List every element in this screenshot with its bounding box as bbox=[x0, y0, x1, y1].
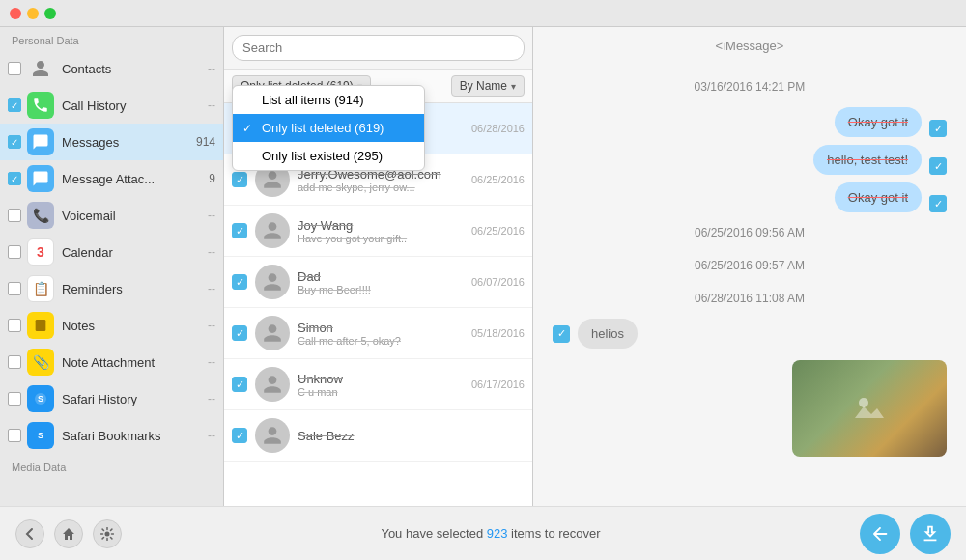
bubble-3-check[interactable] bbox=[929, 195, 947, 212]
recover-button[interactable] bbox=[860, 514, 900, 554]
sidebar-item-callhistory[interactable]: Call History -- bbox=[0, 87, 223, 124]
safaribookmarks-count: -- bbox=[208, 429, 215, 442]
reminders-checkbox[interactable] bbox=[8, 282, 21, 295]
message-item-salebezz[interactable]: Sale Bezz bbox=[224, 410, 532, 462]
bubble-row-2: hello, test test! bbox=[553, 145, 947, 175]
calendar-count: -- bbox=[208, 245, 215, 259]
settings-button[interactable] bbox=[93, 519, 122, 548]
chat-date-2: 06/25/2016 09:56 AM bbox=[553, 226, 947, 239]
messages-label: Messages bbox=[62, 135, 192, 150]
bubble-2: hello, test test! bbox=[813, 145, 922, 175]
message-item-simon[interactable]: Simon Call me after 5, okay? 05/18/2016 bbox=[224, 308, 532, 359]
sidebar-item-voicemail[interactable]: 📞 Voicemail -- bbox=[0, 197, 223, 234]
message-item-dad[interactable]: Dad Buy me Beer!!!! 06/07/2016 bbox=[224, 257, 532, 308]
simon-avatar bbox=[255, 316, 290, 350]
dropdown-item-all[interactable]: List all items (914) bbox=[233, 86, 424, 114]
traffic-red[interactable] bbox=[10, 8, 21, 19]
search-bar bbox=[224, 27, 532, 70]
sidebar-item-contacts[interactable]: Contacts -- bbox=[0, 50, 223, 87]
sidebar-item-safarihistory[interactable]: S Safari History -- bbox=[0, 380, 223, 417]
msgattach-checkbox[interactable] bbox=[8, 172, 21, 185]
msgattach-icon bbox=[27, 165, 54, 192]
msgattach-count: 9 bbox=[209, 172, 215, 185]
salebezz-content: Sale Bezz bbox=[298, 429, 517, 443]
dropdown-existed-label: Only list existed (295) bbox=[262, 149, 383, 163]
nav-buttons bbox=[15, 514, 122, 554]
simon-date: 05/18/2016 bbox=[471, 327, 525, 339]
dad-name: Dad bbox=[298, 269, 464, 284]
callhistory-icon bbox=[27, 92, 54, 119]
voicemail-icon: 📞 bbox=[27, 202, 54, 229]
bubble-row-image bbox=[553, 360, 947, 457]
right-panel: <iMessage> 03/16/2016 14:21 PM Okay got … bbox=[533, 27, 966, 506]
chat-date-3: 06/25/2016 09:57 AM bbox=[553, 259, 947, 272]
simon-checkbox[interactable] bbox=[232, 325, 247, 341]
sidebar-item-reminders[interactable]: 📋 Reminders -- bbox=[0, 270, 223, 307]
voicemail-label: Voicemail bbox=[62, 209, 208, 223]
joy-name: Joy Wang bbox=[298, 218, 464, 233]
bubble-2-check[interactable] bbox=[929, 157, 947, 175]
contacts-checkbox[interactable] bbox=[8, 62, 21, 75]
voicemail-checkbox[interactable] bbox=[8, 209, 21, 222]
svg-point-7 bbox=[105, 531, 110, 536]
calendar-icon: 3 bbox=[27, 238, 54, 266]
bubble-1-check[interactable] bbox=[929, 120, 947, 137]
dropdown-item-existed[interactable]: Only list existed (295) bbox=[233, 142, 424, 170]
message-item-joy[interactable]: Joy Wang Have you got your gift.. 06/25/… bbox=[224, 206, 532, 257]
simon-preview: Call me after 5, okay? bbox=[298, 335, 464, 347]
traffic-yellow[interactable] bbox=[27, 8, 39, 19]
media-data-label: Media Data bbox=[0, 454, 223, 477]
jerry-preview: add me skype, jerry ow... bbox=[298, 182, 464, 193]
sidebar-item-calendar[interactable]: 3 Calendar -- bbox=[0, 234, 223, 270]
dad-checkbox[interactable] bbox=[232, 274, 247, 290]
dad-avatar bbox=[255, 265, 290, 299]
notes-checkbox[interactable] bbox=[8, 319, 21, 332]
jerry-checkbox[interactable] bbox=[232, 172, 247, 187]
image-thumbnail bbox=[792, 360, 947, 457]
dad-date: 06/07/2016 bbox=[471, 276, 525, 288]
sidebar-item-notes[interactable]: Notes -- bbox=[0, 307, 223, 344]
unknow-checkbox[interactable] bbox=[232, 377, 247, 392]
reminders-count: -- bbox=[208, 282, 215, 295]
helios-bubble: helios bbox=[578, 319, 638, 349]
sidebar-item-noteattach[interactable]: 📎 Note Attachment -- bbox=[0, 344, 223, 380]
traffic-green[interactable] bbox=[44, 8, 56, 19]
joy-checkbox[interactable] bbox=[232, 223, 247, 238]
search-input[interactable] bbox=[232, 35, 525, 61]
safaribookmarks-icon: S bbox=[27, 422, 54, 449]
message-item-unknow[interactable]: Unknow C u man 06/17/2016 bbox=[224, 359, 532, 410]
joy-preview: Have you got your gift.. bbox=[298, 233, 464, 244]
action-buttons bbox=[860, 514, 951, 554]
dropdown-item-deleted[interactable]: ✓ Only list deleted (619) bbox=[233, 114, 424, 142]
msgattach-label: Message Attac... bbox=[62, 172, 205, 186]
back-button[interactable] bbox=[15, 519, 44, 548]
sidebar-item-msgattach[interactable]: Message Attac... 9 bbox=[0, 160, 223, 197]
bubble-1-text: Okay got it bbox=[848, 115, 908, 129]
sidebar: Personal Data Contacts -- Call History -… bbox=[0, 27, 224, 506]
salebezz-checkbox[interactable] bbox=[232, 428, 247, 443]
callhistory-checkbox[interactable] bbox=[8, 98, 21, 112]
filter-sort-btn[interactable]: By Name ▾ bbox=[451, 75, 525, 97]
bubble-3-text: Okay got it bbox=[848, 190, 908, 205]
noteattach-checkbox[interactable] bbox=[8, 355, 21, 369]
safaribookmarks-checkbox[interactable] bbox=[8, 429, 21, 442]
download-button[interactable] bbox=[910, 514, 951, 554]
messages-checkbox[interactable] bbox=[8, 135, 21, 149]
dropdown-all-label: List all items (914) bbox=[262, 93, 363, 107]
sidebar-item-messages[interactable]: Messages 914 bbox=[0, 124, 223, 160]
noteattach-icon: 📎 bbox=[27, 349, 54, 376]
middle-panel: Only list deleted (619) ▾ By Name ▾ List… bbox=[224, 27, 533, 506]
home-button[interactable] bbox=[54, 519, 83, 548]
sidebar-item-safaribookmarks[interactable]: S Safari Bookmarks -- bbox=[0, 417, 223, 454]
safarihistory-checkbox[interactable] bbox=[8, 392, 21, 406]
calendar-checkbox[interactable] bbox=[8, 245, 21, 259]
svg-text:S: S bbox=[38, 394, 43, 404]
calendar-label: Calendar bbox=[62, 245, 208, 260]
unknow-content: Unknow C u man bbox=[298, 372, 464, 398]
unknow-name: Unknow bbox=[298, 372, 464, 386]
jerry-date: 06/25/2016 bbox=[471, 174, 525, 185]
dad-preview: Buy me Beer!!!! bbox=[298, 284, 464, 295]
bottom-suffix: items to recover bbox=[508, 526, 601, 541]
helios-checkbox[interactable] bbox=[553, 325, 570, 343]
bottom-status: You have selected 923 items to recover bbox=[381, 526, 600, 541]
